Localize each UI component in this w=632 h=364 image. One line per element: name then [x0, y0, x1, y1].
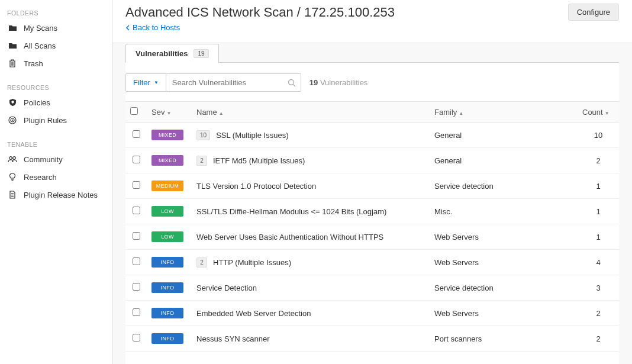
sidebar-item-policies[interactable]: Policies — [0, 94, 112, 111]
vuln-count: 3 — [578, 275, 619, 301]
row-checkbox[interactable] — [133, 207, 140, 214]
group-count-badge: 10 — [196, 130, 210, 140]
vuln-name: IETF Md5 (Multiple Issues) — [213, 156, 305, 165]
search-wrap — [166, 73, 301, 92]
tabs: Vulnerabilities 19 — [112, 43, 632, 62]
row-checkbox[interactable] — [133, 334, 140, 342]
filter-bar: Filter ▼ 19 Vulnerabilities — [125, 73, 619, 92]
vuln-family: Web Servers — [430, 301, 578, 326]
severity-badge: INFO — [151, 333, 183, 344]
folder-icon — [7, 23, 18, 33]
svg-line-13 — [293, 84, 295, 86]
severity-badge: INFO — [151, 282, 183, 293]
vuln-count: 1 — [578, 173, 619, 199]
vuln-family: Service detection — [430, 275, 578, 301]
svg-point-12 — [288, 79, 294, 85]
severity-badge: INFO — [151, 257, 183, 268]
severity-badge: MIXED — [151, 130, 183, 140]
vuln-family: General — [430, 123, 578, 148]
shield-icon — [7, 98, 18, 107]
target-icon — [7, 115, 18, 125]
table-row[interactable]: MIXED2IETF Md5 (Multiple Issues)General2 — [125, 148, 619, 173]
svg-point-5 — [9, 157, 12, 160]
vuln-count: 1 — [578, 224, 619, 250]
vulnerabilities-table: Sev▼ Name▲ Family▲ Count▼ MIXED10SSL (Mu… — [125, 101, 619, 352]
sidebar-item-research[interactable]: Research — [0, 168, 112, 186]
back-to-hosts-link[interactable]: Back to Hosts — [125, 23, 619, 32]
row-checkbox[interactable] — [133, 181, 140, 189]
col-header-count[interactable]: Count▼ — [578, 102, 619, 123]
col-header-family[interactable]: Family▲ — [430, 102, 578, 123]
severity-badge: INFO — [151, 308, 183, 318]
vuln-family: General — [430, 148, 578, 173]
group-count-badge: 2 — [196, 156, 207, 166]
svg-point-4 — [12, 120, 13, 121]
sort-asc-icon: ▲ — [219, 111, 224, 116]
table-row[interactable]: INFONessus SYN scannerPort scanners2 — [125, 326, 619, 352]
table-row[interactable]: INFOService DetectionService detection3 — [125, 275, 619, 301]
sidebar-item-label: Plugin Rules — [24, 116, 67, 125]
col-header-checkbox — [125, 102, 147, 123]
sort-asc-icon: ▲ — [459, 111, 463, 116]
svg-point-6 — [13, 157, 16, 160]
table-row[interactable]: LOWWeb Server Uses Basic Authentication … — [125, 224, 619, 250]
sort-desc-icon: ▼ — [166, 111, 171, 116]
table-row[interactable]: INFO2HTTP (Multiple Issues)Web Servers4 — [125, 250, 619, 275]
content: Filter ▼ 19 Vulnerabilities — [125, 62, 619, 364]
page-title: Advanced ICS Network Scan / 172.25.100.2… — [125, 5, 395, 20]
vuln-family: Misc. — [430, 199, 578, 224]
row-checkbox[interactable] — [133, 257, 140, 265]
vuln-name: Embedded Web Server Detection — [196, 309, 311, 318]
severity-badge: MEDIUM — [151, 181, 183, 191]
configure-button[interactable]: Configure — [568, 4, 619, 21]
sidebar-section-title: RESOURCES — [0, 80, 112, 94]
group-count-badge: 2 — [196, 257, 207, 268]
vuln-family: Service detection — [430, 173, 578, 199]
header: Advanced ICS Network Scan / 172.25.100.2… — [112, 0, 632, 43]
sidebar-item-label: Trash — [24, 59, 43, 68]
sidebar-item-plugin-rules[interactable]: Plugin Rules — [0, 111, 112, 129]
sidebar-item-label: Policies — [24, 98, 50, 107]
vuln-count: 2 — [578, 326, 619, 352]
row-checkbox[interactable] — [133, 130, 140, 138]
sidebar-item-trash[interactable]: Trash — [0, 54, 112, 72]
search-input[interactable] — [166, 74, 301, 91]
row-checkbox[interactable] — [133, 283, 140, 291]
row-checkbox[interactable] — [133, 232, 140, 240]
table-row[interactable]: INFOEmbedded Web Server DetectionWeb Ser… — [125, 301, 619, 326]
table-row[interactable]: LOWSSL/TLS Diffie-Hellman Modulus <= 102… — [125, 199, 619, 224]
folder-icon — [7, 41, 18, 50]
vuln-family: Port scanners — [430, 326, 578, 352]
sidebar-item-all-scans[interactable]: All Scans — [0, 37, 112, 54]
tab-count-badge: 19 — [194, 49, 208, 58]
severity-badge: MIXED — [151, 155, 183, 166]
select-all-checkbox[interactable] — [130, 107, 138, 115]
sidebar-item-label: All Scans — [24, 41, 56, 50]
filter-button[interactable]: Filter ▼ — [125, 73, 166, 92]
vuln-name: Service Detection — [196, 284, 257, 292]
col-header-name[interactable]: Name▲ — [192, 102, 430, 123]
vuln-count: 4 — [578, 250, 619, 275]
table-row[interactable]: MEDIUMTLS Version 1.0 Protocol Detection… — [125, 173, 619, 199]
sidebar-item-my-scans[interactable]: My Scans — [0, 19, 112, 37]
col-header-sev[interactable]: Sev▼ — [147, 102, 192, 123]
search-icon — [288, 79, 296, 87]
main: Advanced ICS Network Scan / 172.25.100.2… — [112, 0, 632, 364]
tab-label: Vulnerabilities — [136, 49, 188, 58]
chevron-left-icon — [125, 25, 130, 31]
sidebar-item-community[interactable]: Community — [0, 150, 112, 168]
row-checkbox[interactable] — [133, 156, 140, 163]
sidebar-item-label: Plugin Release Notes — [24, 191, 98, 199]
users-icon — [7, 154, 18, 164]
severity-badge: LOW — [151, 231, 183, 242]
sidebar-section-title: TENABLE — [0, 137, 112, 150]
back-link-label: Back to Hosts — [133, 23, 180, 32]
vuln-name: SSL (Multiple Issues) — [216, 131, 288, 140]
chevron-down-icon: ▼ — [154, 80, 159, 85]
sidebar-item-plugin-release-notes[interactable]: Plugin Release Notes — [0, 186, 112, 204]
table-row[interactable]: MIXED10SSL (Multiple Issues)General10 — [125, 123, 619, 148]
filter-button-label: Filter — [133, 78, 150, 87]
row-checkbox[interactable] — [133, 308, 140, 316]
vuln-count: 1 — [578, 199, 619, 224]
tab-vulnerabilities[interactable]: Vulnerabilities 19 — [125, 44, 219, 63]
